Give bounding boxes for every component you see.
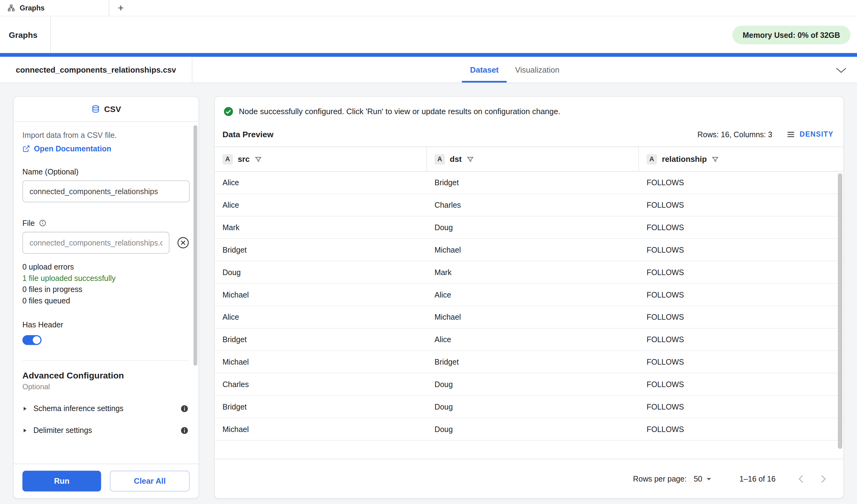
cell-relationship: FOLLOWS	[639, 178, 843, 187]
results-panel: Node successfully configured. Click 'Run…	[214, 96, 844, 499]
file-bar: connected_components_relationships.csv D…	[0, 57, 857, 83]
advanced-configuration-title: Advanced Configuration	[22, 371, 190, 381]
cell-dst: Mark	[427, 268, 639, 276]
caret-right-icon	[22, 405, 28, 411]
tab-visualization[interactable]: Visualization	[507, 57, 568, 83]
filter-icon[interactable]	[712, 155, 719, 163]
tab-dataset[interactable]: Dataset	[462, 57, 507, 83]
database-icon	[91, 105, 100, 113]
name-input[interactable]	[22, 180, 190, 202]
configuration-status-row: Node successfully configured. Click 'Run…	[215, 97, 843, 121]
info-icon-filled[interactable]	[180, 404, 188, 413]
cell-relationship: FOLLOWS	[639, 313, 843, 321]
data-preview-header: Data Preview Rows: 16, Columns: 3 DENSIT…	[215, 121, 843, 147]
info-icon[interactable]	[38, 219, 46, 227]
delimiter-settings-label: Delimiter settings	[33, 426, 92, 435]
cell-relationship: FOLLOWS	[639, 223, 843, 232]
cell-src: Michael	[215, 290, 427, 299]
table-body: Alice Bridget FOLLOWS Alice Charles FOLL…	[215, 172, 843, 459]
column-header-dst[interactable]: A dst	[427, 147, 639, 171]
column-header-relationship[interactable]: A relationship	[639, 147, 843, 171]
cell-dst: Bridget	[427, 357, 639, 366]
tab-visualization-label: Visualization	[515, 65, 559, 74]
table-footer: Rows per page: 50 1–16 of 16	[215, 459, 843, 498]
open-documentation-link[interactable]: Open Documentation	[22, 144, 190, 153]
next-page-button[interactable]	[817, 473, 829, 485]
density-icon	[787, 130, 795, 138]
file-field-label: File	[22, 219, 190, 228]
app-title-tab[interactable]: Graphs	[0, 16, 51, 53]
column-header-src[interactable]: A src	[215, 147, 427, 171]
schema-inference-settings-label: Schema inference settings	[33, 404, 123, 413]
table-row: Alice Charles FOLLOWS	[215, 194, 843, 217]
cell-src: Michael	[215, 357, 427, 366]
table-row: Alice Bridget FOLLOWS	[215, 172, 843, 194]
rows-per-page-select[interactable]: 50	[694, 473, 714, 484]
info-icon-filled[interactable]	[180, 426, 188, 435]
app-title: Graphs	[9, 30, 37, 39]
table-row: Michael Alice FOLLOWS	[215, 284, 843, 306]
tab-dataset-label: Dataset	[470, 65, 499, 74]
table-row: Bridget Michael FOLLOWS	[215, 239, 843, 261]
files-queued-status: 0 files queued	[22, 295, 190, 306]
cell-relationship: FOLLOWS	[639, 402, 843, 411]
cell-src: Bridget	[215, 246, 427, 254]
open-documentation-label: Open Documentation	[34, 144, 111, 153]
browser-tab-label: Graphs	[20, 4, 45, 12]
cell-relationship: FOLLOWS	[639, 425, 843, 434]
data-preview-title: Data Preview	[222, 130, 273, 139]
run-button[interactable]: Run	[22, 471, 101, 492]
browser-tab-graphs[interactable]: Graphs	[0, 0, 109, 16]
column-name-src: src	[238, 155, 250, 163]
preview-header-right: Rows: 16, Columns: 3 DENSITY	[698, 130, 833, 138]
table-scrollbar[interactable]	[838, 173, 842, 449]
toggle-knob	[33, 336, 40, 344]
csv-node-panel: CSV Import data from a CSV file. Open Do…	[13, 96, 199, 499]
previous-page-button[interactable]	[795, 473, 807, 485]
view-tabs: Dataset Visualization	[462, 57, 568, 83]
file-input[interactable]	[22, 232, 169, 254]
node-type-label: CSV	[104, 104, 121, 114]
column-name-relationship: relationship	[662, 155, 707, 163]
upload-success-status: 1 file uploaded successfully	[22, 273, 190, 284]
cell-src: Bridget	[215, 402, 427, 411]
advanced-configuration-subtitle: Optional	[22, 383, 190, 391]
cell-relationship: FOLLOWS	[639, 357, 843, 366]
org-chart-icon	[8, 4, 15, 11]
section-divider	[22, 360, 190, 361]
new-tab-button[interactable]: +	[109, 0, 132, 16]
pagination-range: 1–16 of 16	[739, 474, 776, 483]
filter-icon[interactable]	[467, 155, 474, 163]
delimiter-settings-row[interactable]: Delimiter settings	[22, 426, 190, 435]
panel-scrollbar[interactable]	[194, 125, 197, 366]
file-label-text: File	[22, 219, 35, 228]
table-row: Mark Doug FOLLOWS	[215, 217, 843, 239]
remove-file-button[interactable]	[177, 236, 190, 250]
column-type-badge: A	[222, 154, 233, 164]
status-message: Node successfully configured. Click 'Run…	[239, 107, 560, 116]
cell-src: Mark	[215, 223, 427, 232]
file-tab[interactable]: connected_components_relationships.csv	[0, 57, 192, 83]
cell-dst: Doug	[427, 380, 639, 389]
rows-per-page-label: Rows per page:	[633, 474, 687, 483]
cell-dst: Doug	[427, 425, 639, 434]
panel-description: Import data from a CSV file.	[22, 131, 190, 139]
density-label: DENSITY	[800, 130, 834, 138]
caret-right-icon	[22, 427, 28, 434]
chevron-down-icon[interactable]	[834, 63, 848, 79]
column-type-badge: A	[435, 154, 445, 164]
caret-down-icon	[703, 473, 714, 484]
cell-relationship: FOLLOWS	[639, 246, 843, 254]
cell-src: Charles	[215, 380, 427, 389]
table-row: Bridget Alice FOLLOWS	[215, 329, 843, 351]
accent-divider-bar	[0, 53, 857, 56]
has-header-toggle[interactable]	[22, 335, 41, 345]
cell-dst: Charles	[427, 201, 639, 209]
cell-relationship: FOLLOWS	[639, 290, 843, 299]
node-panel-footer: Run Clear All	[14, 464, 198, 498]
filter-icon[interactable]	[255, 155, 262, 163]
cell-dst: Doug	[427, 223, 639, 232]
clear-all-button[interactable]: Clear All	[110, 471, 189, 492]
density-button[interactable]: DENSITY	[787, 130, 834, 138]
schema-inference-settings-row[interactable]: Schema inference settings	[22, 404, 190, 413]
